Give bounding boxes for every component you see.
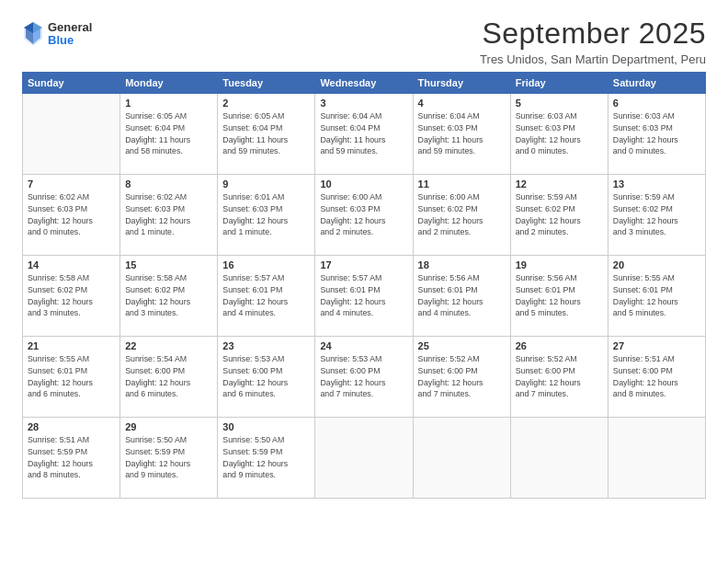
day-info: Sunrise: 5:57 AM Sunset: 6:01 PM Dayligh… [320,272,407,319]
day-number: 13 [613,178,700,190]
day-number: 12 [516,178,603,190]
day-info: Sunrise: 5:50 AM Sunset: 5:59 PM Dayligh… [125,434,212,481]
day-number: 3 [320,98,407,109]
header-thursday: Thursday [413,73,510,94]
table-row [510,418,608,499]
table-row: 12Sunrise: 5:59 AM Sunset: 6:02 PM Dayli… [510,175,608,256]
day-number: 6 [613,98,700,109]
table-row: 19Sunrise: 5:56 AM Sunset: 6:01 PM Dayli… [510,256,608,337]
table-row [413,418,510,499]
header-sunday: Sunday [23,73,120,94]
day-number: 1 [125,98,212,109]
day-number: 20 [613,259,700,270]
day-number: 18 [418,259,506,270]
header: General Blue September 2025 Tres Unidos,… [22,17,706,66]
day-info: Sunrise: 5:56 AM Sunset: 6:01 PM Dayligh… [516,272,603,319]
day-number: 2 [222,98,310,109]
table-row: 11Sunrise: 6:00 AM Sunset: 6:02 PM Dayli… [413,175,510,256]
table-row [23,94,120,175]
calendar-week-row: 7Sunrise: 6:02 AM Sunset: 6:03 PM Daylig… [23,175,706,256]
table-row: 4Sunrise: 6:04 AM Sunset: 6:03 PM Daylig… [413,94,510,175]
table-row: 2Sunrise: 6:05 AM Sunset: 6:04 PM Daylig… [218,94,315,175]
day-number: 24 [320,340,407,351]
table-row: 20Sunrise: 5:55 AM Sunset: 6:01 PM Dayli… [608,256,705,337]
table-row [315,418,413,499]
day-number: 16 [222,259,310,270]
day-info: Sunrise: 5:51 AM Sunset: 5:59 PM Dayligh… [28,434,115,481]
logo-general-text: General [48,21,92,34]
day-number: 29 [125,421,212,432]
header-saturday: Saturday [608,73,705,94]
day-number: 22 [125,340,212,351]
table-row: 24Sunrise: 5:53 AM Sunset: 6:00 PM Dayli… [315,337,413,418]
day-info: Sunrise: 6:02 AM Sunset: 6:03 PM Dayligh… [125,191,212,238]
day-info: Sunrise: 6:03 AM Sunset: 6:03 PM Dayligh… [613,110,700,157]
calendar-week-row: 1Sunrise: 6:05 AM Sunset: 6:04 PM Daylig… [23,94,706,175]
day-info: Sunrise: 5:53 AM Sunset: 6:00 PM Dayligh… [222,353,310,400]
table-row: 30Sunrise: 5:50 AM Sunset: 5:59 PM Dayli… [218,418,315,499]
location: Tres Unidos, San Martin Department, Peru [480,52,706,66]
table-row: 1Sunrise: 6:05 AM Sunset: 6:04 PM Daylig… [120,94,218,175]
day-number: 27 [613,340,700,351]
day-number: 15 [125,259,212,270]
day-info: Sunrise: 5:55 AM Sunset: 6:01 PM Dayligh… [28,353,115,400]
table-row: 22Sunrise: 5:54 AM Sunset: 6:00 PM Dayli… [120,337,218,418]
logo-icon [22,20,44,48]
day-info: Sunrise: 5:58 AM Sunset: 6:02 PM Dayligh… [28,272,115,319]
table-row: 5Sunrise: 6:03 AM Sunset: 6:03 PM Daylig… [510,94,608,175]
day-number: 21 [28,340,115,351]
day-info: Sunrise: 5:57 AM Sunset: 6:01 PM Dayligh… [222,272,310,319]
calendar-week-row: 28Sunrise: 5:51 AM Sunset: 5:59 PM Dayli… [23,418,706,499]
calendar-header-row: Sunday Monday Tuesday Wednesday Thursday… [23,73,706,94]
day-number: 8 [125,178,212,190]
table-row: 29Sunrise: 5:50 AM Sunset: 5:59 PM Dayli… [120,418,218,499]
table-row: 3Sunrise: 6:04 AM Sunset: 6:04 PM Daylig… [315,94,413,175]
day-info: Sunrise: 5:51 AM Sunset: 6:00 PM Dayligh… [613,353,700,400]
day-number: 28 [28,421,115,432]
day-number: 5 [516,98,603,109]
day-info: Sunrise: 5:56 AM Sunset: 6:01 PM Dayligh… [418,272,506,319]
table-row [608,418,705,499]
table-row: 15Sunrise: 5:58 AM Sunset: 6:02 PM Dayli… [120,256,218,337]
header-monday: Monday [120,73,218,94]
day-info: Sunrise: 6:02 AM Sunset: 6:03 PM Dayligh… [28,191,115,238]
logo: General Blue [22,20,92,48]
table-row: 27Sunrise: 5:51 AM Sunset: 6:00 PM Dayli… [608,337,705,418]
day-number: 10 [320,178,407,190]
calendar-week-row: 21Sunrise: 5:55 AM Sunset: 6:01 PM Dayli… [23,337,706,418]
day-number: 19 [516,259,603,270]
day-info: Sunrise: 6:00 AM Sunset: 6:03 PM Dayligh… [320,191,407,238]
day-info: Sunrise: 6:04 AM Sunset: 6:03 PM Dayligh… [418,110,506,157]
table-row: 8Sunrise: 6:02 AM Sunset: 6:03 PM Daylig… [120,175,218,256]
table-row: 9Sunrise: 6:01 AM Sunset: 6:03 PM Daylig… [218,175,315,256]
day-info: Sunrise: 5:53 AM Sunset: 6:00 PM Dayligh… [320,353,407,400]
day-number: 9 [222,178,310,190]
header-wednesday: Wednesday [315,73,413,94]
table-row: 23Sunrise: 5:53 AM Sunset: 6:00 PM Dayli… [218,337,315,418]
calendar-week-row: 14Sunrise: 5:58 AM Sunset: 6:02 PM Dayli… [23,256,706,337]
table-row: 17Sunrise: 5:57 AM Sunset: 6:01 PM Dayli… [315,256,413,337]
day-number: 30 [222,421,310,432]
calendar: Sunday Monday Tuesday Wednesday Thursday… [22,72,706,499]
table-row: 28Sunrise: 5:51 AM Sunset: 5:59 PM Dayli… [23,418,120,499]
day-number: 25 [418,340,506,351]
header-friday: Friday [510,73,608,94]
table-row: 16Sunrise: 5:57 AM Sunset: 6:01 PM Dayli… [218,256,315,337]
day-number: 26 [516,340,603,351]
table-row: 25Sunrise: 5:52 AM Sunset: 6:00 PM Dayli… [413,337,510,418]
day-info: Sunrise: 5:52 AM Sunset: 6:00 PM Dayligh… [516,353,603,400]
day-info: Sunrise: 6:01 AM Sunset: 6:03 PM Dayligh… [222,191,310,238]
day-number: 11 [418,178,506,190]
day-info: Sunrise: 6:03 AM Sunset: 6:03 PM Dayligh… [516,110,603,157]
day-info: Sunrise: 5:52 AM Sunset: 6:00 PM Dayligh… [418,353,506,400]
day-info: Sunrise: 6:05 AM Sunset: 6:04 PM Dayligh… [222,110,310,157]
day-number: 14 [28,259,115,270]
table-row: 7Sunrise: 6:02 AM Sunset: 6:03 PM Daylig… [23,175,120,256]
day-info: Sunrise: 5:54 AM Sunset: 6:00 PM Dayligh… [125,353,212,400]
table-row: 18Sunrise: 5:56 AM Sunset: 6:01 PM Dayli… [413,256,510,337]
day-info: Sunrise: 5:55 AM Sunset: 6:01 PM Dayligh… [613,272,700,319]
table-row: 21Sunrise: 5:55 AM Sunset: 6:01 PM Dayli… [23,337,120,418]
day-info: Sunrise: 5:59 AM Sunset: 6:02 PM Dayligh… [516,191,603,238]
day-info: Sunrise: 5:50 AM Sunset: 5:59 PM Dayligh… [222,434,310,481]
table-row: 13Sunrise: 5:59 AM Sunset: 6:02 PM Dayli… [608,175,705,256]
